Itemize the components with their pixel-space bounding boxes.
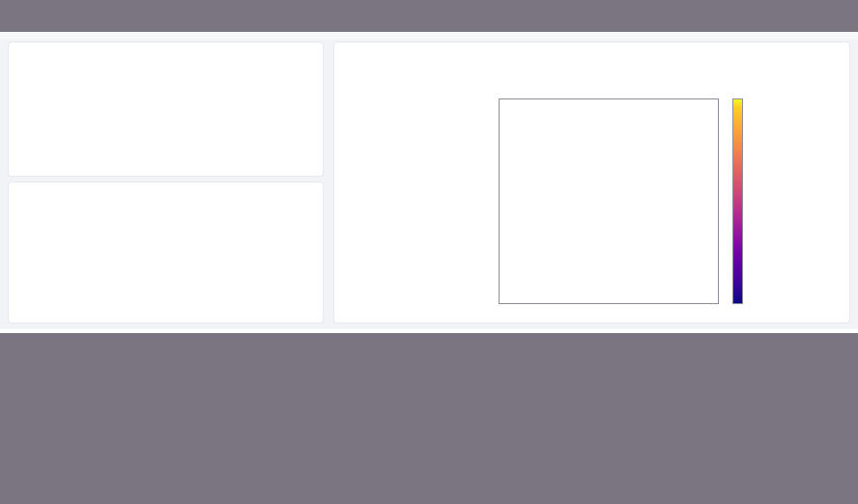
loss-chart-legend <box>11 46 321 64</box>
window-chrome <box>0 0 858 32</box>
confusion-matrix-grid <box>499 98 719 304</box>
toolbar <box>0 32 858 40</box>
map-chart-card <box>8 182 324 323</box>
matrix-colorbar <box>732 98 743 304</box>
charts-area <box>0 40 858 329</box>
loss-chart-card <box>8 42 324 177</box>
dashboard <box>0 32 858 333</box>
page-footer <box>0 333 858 504</box>
line-charts-column <box>8 42 324 323</box>
confusion-matrix-card <box>333 42 850 323</box>
map-chart-legend <box>11 186 321 204</box>
map-chart <box>11 204 300 349</box>
